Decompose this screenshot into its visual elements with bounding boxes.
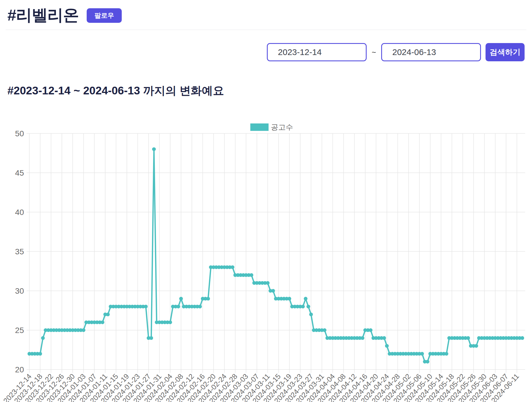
data-point[interactable] — [179, 297, 183, 301]
date-range-tilde: ~ — [371, 48, 377, 57]
data-point[interactable] — [474, 344, 478, 348]
data-point[interactable] — [168, 320, 172, 324]
data-point[interactable] — [385, 344, 389, 348]
data-point[interactable] — [420, 352, 424, 356]
data-point[interactable] — [82, 328, 86, 332]
y-tick-label: 30 — [15, 287, 24, 295]
series-line — [29, 149, 522, 362]
data-point[interactable] — [306, 305, 310, 308]
data-point[interactable] — [323, 328, 326, 332]
y-tick-label: 20 — [15, 365, 24, 374]
chart-container: 504540353025202023-12-142023-12-182023-1… — [0, 121, 532, 402]
legend-item[interactable]: 공고수 — [250, 123, 293, 131]
data-point[interactable] — [176, 305, 180, 308]
data-point[interactable] — [266, 281, 270, 285]
data-point[interactable] — [144, 305, 148, 308]
line-chart-canvas[interactable]: 504540353025202023-12-142023-12-182023-1… — [0, 121, 532, 402]
y-tick-label: 25 — [15, 326, 24, 335]
data-point[interactable] — [152, 147, 156, 151]
data-point[interactable] — [445, 352, 448, 356]
legend-label: 공고수 — [271, 123, 293, 131]
data-point[interactable] — [149, 336, 153, 340]
data-point[interactable] — [361, 336, 364, 340]
y-tick-label: 35 — [15, 247, 24, 256]
y-tick-label: 50 — [15, 129, 24, 138]
y-tick-label: 40 — [15, 208, 24, 217]
search-button[interactable]: 검색하기 — [486, 43, 525, 61]
data-point[interactable] — [426, 360, 429, 364]
data-point[interactable] — [106, 312, 110, 316]
data-point[interactable] — [466, 336, 470, 340]
data-point[interactable] — [369, 328, 373, 332]
data-point[interactable] — [250, 273, 253, 277]
page-header: #리벨리온 팔로우 — [0, 0, 532, 27]
data-point[interactable] — [198, 305, 202, 308]
data-point[interactable] — [382, 336, 386, 340]
y-tick-label: 45 — [15, 168, 24, 177]
legend-swatch — [250, 123, 269, 131]
data-point[interactable] — [301, 305, 305, 308]
chart-heading: #2023-12-14 ~ 2024-06-13 까지의 변화예요 — [7, 83, 532, 98]
data-point[interactable] — [304, 297, 308, 301]
date-range-controls: ~ 검색하기 — [0, 30, 532, 61]
data-point[interactable] — [101, 320, 104, 324]
data-point[interactable] — [41, 336, 45, 340]
data-point[interactable] — [231, 265, 234, 269]
data-point[interactable] — [271, 289, 275, 293]
end-date-input[interactable] — [381, 43, 481, 61]
data-point[interactable] — [521, 336, 524, 340]
page-title: #리벨리온 — [7, 5, 79, 26]
data-point[interactable] — [309, 312, 313, 316]
data-point[interactable] — [206, 297, 210, 301]
data-point[interactable] — [38, 352, 42, 356]
follow-button[interactable]: 팔로우 — [87, 8, 122, 23]
data-point[interactable] — [288, 297, 291, 301]
start-date-input[interactable] — [267, 43, 367, 61]
